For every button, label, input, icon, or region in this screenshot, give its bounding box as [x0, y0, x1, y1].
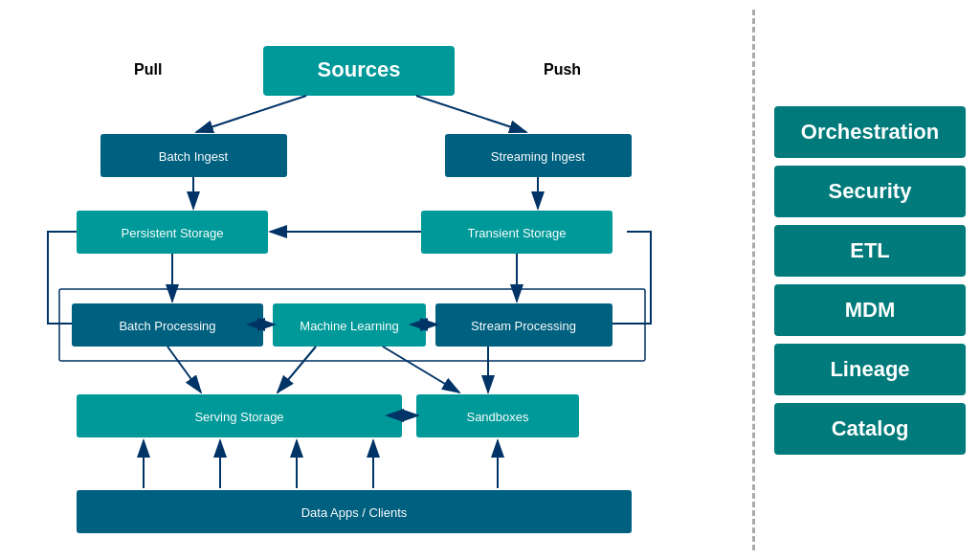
- security-button[interactable]: Security: [774, 166, 966, 217]
- transient-storage-label: Transient Storage: [468, 226, 567, 240]
- right-panel: Orchestration Security ETL MDM Lineage C…: [760, 0, 980, 560]
- lineage-button[interactable]: Lineage: [774, 344, 966, 395]
- persistent-storage-label: Persistent Storage: [122, 226, 224, 240]
- machine-learning-label: Machine Learning: [300, 319, 398, 333]
- data-apps-label: Data Apps / Clients: [301, 505, 408, 520]
- arrow-sources-push: [416, 96, 526, 132]
- arrow-bp-ss: [167, 347, 201, 392]
- batch-processing-label: Batch Processing: [119, 319, 215, 333]
- catalog-button[interactable]: Catalog: [774, 403, 966, 455]
- stream-processing-label: Stream Processing: [471, 319, 576, 333]
- push-label: Push: [544, 61, 581, 78]
- serving-storage-label: Serving Storage: [194, 410, 283, 424]
- divider: [752, 10, 755, 550]
- arrow-ml-ss: [278, 347, 316, 392]
- batch-ingest-label: Batch Ingest: [159, 149, 229, 164]
- orchestration-button[interactable]: Orchestration: [774, 106, 966, 158]
- sandboxes-label: Sandboxes: [466, 410, 529, 424]
- pull-label: Pull: [134, 61, 162, 78]
- arrow-ml-sb: [383, 347, 459, 392]
- arrow-sources-pull: [196, 96, 306, 132]
- etl-button[interactable]: ETL: [774, 225, 966, 277]
- diagram-area: Pull Push Sources Batch Ingest Streaming…: [0, 0, 747, 560]
- streaming-ingest-label: Streaming Ingest: [491, 149, 586, 164]
- sources-label: Sources: [318, 57, 401, 81]
- mdm-button[interactable]: MDM: [774, 284, 966, 336]
